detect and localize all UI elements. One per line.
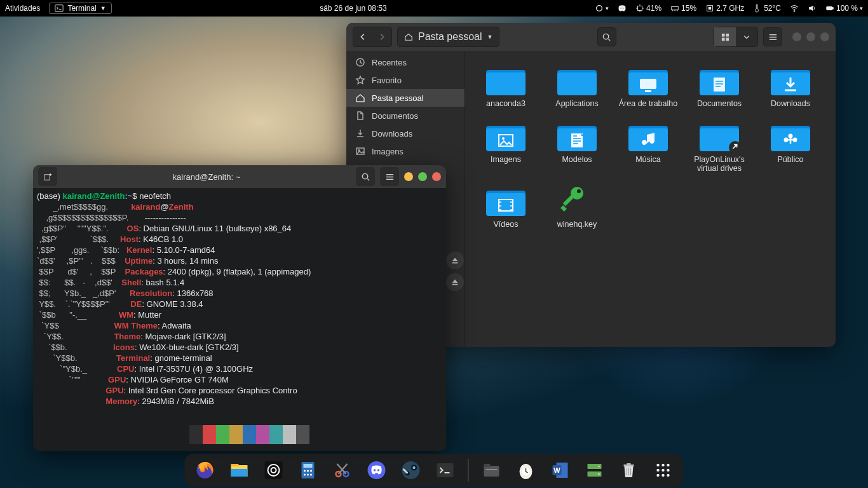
- svg-point-20: [502, 137, 505, 140]
- dock-clementine[interactable]: [262, 459, 285, 482]
- sidebar-item-label: Downloads: [372, 129, 412, 139]
- svg-point-50: [374, 469, 376, 471]
- svg-rect-29: [560, 205, 567, 212]
- svg-point-42: [307, 470, 309, 471]
- folder-item-p-blico[interactable]: Público: [756, 116, 825, 175]
- mem-indicator[interactable]: 15%: [670, 4, 696, 13]
- window-controls: [792, 32, 829, 41]
- discord-tray-icon[interactable]: [618, 4, 627, 13]
- temp-indicator[interactable]: 52°C: [753, 4, 781, 13]
- chip-icon: [705, 4, 714, 13]
- dock-firefox[interactable]: [194, 459, 217, 482]
- item-label: Applications: [555, 99, 598, 108]
- nav-forward-button[interactable]: [372, 27, 391, 46]
- battery-indicator[interactable]: 100 %▾: [825, 4, 863, 13]
- activities-button[interactable]: Atividades: [5, 4, 40, 13]
- hamburger-button[interactable]: [763, 27, 782, 46]
- window-maximize[interactable]: [418, 172, 427, 181]
- folder-item-m-sica[interactable]: Música: [614, 116, 682, 175]
- folder-item-anaconda3[interactable]: anaconda3: [471, 60, 540, 111]
- search-button[interactable]: [597, 27, 616, 46]
- view-options-button[interactable]: [736, 27, 757, 46]
- dock-steam[interactable]: [400, 459, 423, 482]
- folder-item-downloads[interactable]: Downloads: [756, 60, 825, 111]
- svg-rect-12: [721, 33, 724, 36]
- sidebar-item-pasta-pessoal[interactable]: Pasta pessoal: [346, 89, 465, 107]
- terminal-title: kairand@Zenith: ~: [62, 172, 351, 182]
- dock-files[interactable]: [480, 459, 503, 482]
- eject-button[interactable]: [446, 273, 464, 291]
- folder-icon: [485, 183, 527, 217]
- sidebar-item-downloads[interactable]: Downloads: [346, 125, 465, 142]
- wifi-icon[interactable]: [790, 4, 799, 13]
- top-bar: Atividades Terminal ▼ sáb 26 de jun 08:5…: [0, 0, 868, 17]
- folder-item--rea-de-trabalho[interactable]: Área de trabalho: [614, 60, 682, 111]
- app-menu[interactable]: Terminal ▼: [49, 3, 111, 14]
- file-item-winehq-key[interactable]: winehq.key: [543, 180, 611, 231]
- cpu-icon: [635, 4, 644, 13]
- folder-item-applications[interactable]: Applications: [543, 60, 611, 111]
- svg-rect-30: [44, 174, 49, 179]
- item-label: Música: [635, 155, 661, 164]
- svg-point-8: [794, 11, 795, 12]
- item-label: Downloads: [771, 99, 810, 108]
- dock-word[interactable]: W: [549, 459, 572, 482]
- dock-discord[interactable]: [365, 459, 388, 482]
- svg-rect-5: [672, 6, 679, 10]
- path-label: Pasta pessoal: [418, 31, 482, 43]
- symlink-badge-icon: [729, 141, 742, 154]
- volume-icon[interactable]: [808, 4, 817, 13]
- dock-apps-grid[interactable]: [652, 459, 675, 482]
- svg-rect-9: [827, 6, 832, 10]
- files-content[interactable]: anaconda3ApplicationsÁrea de trabalhoDoc…: [465, 51, 836, 347]
- app-menu-label: Terminal: [67, 4, 96, 13]
- svg-point-68: [598, 473, 599, 475]
- freq-indicator[interactable]: 2.7 GHz: [705, 4, 744, 13]
- terminal-body[interactable]: (base) kairand@Zenith:~$ neofetch _,met$…: [33, 188, 446, 451]
- dock-trash[interactable]: [618, 459, 641, 482]
- folder-item-documentos[interactable]: Documentos: [685, 60, 754, 111]
- folder-item-imagens[interactable]: Imagens: [471, 116, 540, 175]
- folder-icon: [627, 118, 669, 152]
- sidebar-item-recentes[interactable]: Recentes: [346, 53, 465, 71]
- terminal-menu-button[interactable]: [380, 167, 399, 186]
- new-tab-button[interactable]: [38, 167, 57, 186]
- thermometer-icon: [753, 4, 762, 13]
- terminal-search-button[interactable]: [356, 167, 375, 186]
- nav-back-button[interactable]: [353, 27, 372, 46]
- sidebar-item-documentos[interactable]: Documentos: [346, 107, 465, 125]
- svg-rect-4: [638, 6, 642, 11]
- key-icon: [556, 183, 598, 217]
- chevron-down-icon: ▼: [487, 34, 493, 40]
- cpu-indicator[interactable]: 41%: [635, 4, 661, 13]
- view-switcher: [714, 27, 758, 47]
- sidebar-item-favorito[interactable]: Favorito: [346, 71, 465, 89]
- sidebar-item-imagens[interactable]: Imagens: [346, 142, 465, 160]
- folder-item-playonlinux-s-virtual-drives[interactable]: PlayOnLinux's virtual drives: [685, 116, 754, 175]
- clock[interactable]: sáb 26 de jun 08:53: [112, 4, 595, 13]
- window-minimize[interactable]: [792, 32, 801, 41]
- folder-item-v-deos[interactable]: Vídeos: [471, 180, 540, 231]
- dock-file-explorer[interactable]: [228, 459, 251, 482]
- eject-button[interactable]: [446, 252, 464, 269]
- svg-rect-0: [55, 5, 63, 12]
- path-bar[interactable]: Pasta pessoal ▼: [397, 27, 499, 47]
- svg-point-71: [656, 464, 659, 466]
- item-label: Área de trabalho: [619, 99, 677, 108]
- window-minimize[interactable]: [404, 172, 413, 181]
- window-close[interactable]: [432, 172, 441, 181]
- window-maximize[interactable]: [806, 32, 815, 41]
- svg-rect-17: [645, 90, 651, 92]
- svg-point-3: [623, 8, 624, 9]
- dock-terminal[interactable]: [434, 459, 457, 482]
- window-close[interactable]: [820, 32, 829, 41]
- dock-calculator[interactable]: [297, 459, 320, 482]
- folder-item-modelos[interactable]: Modelos: [543, 116, 611, 175]
- record-indicator[interactable]: ▾: [595, 4, 609, 13]
- view-grid-button[interactable]: [714, 27, 736, 46]
- dock-egg-timer[interactable]: [515, 459, 538, 482]
- nav-back-forward: [353, 27, 392, 47]
- folder-icon: [698, 62, 740, 97]
- dock-snip[interactable]: [331, 459, 354, 482]
- dock-drives[interactable]: [583, 459, 606, 482]
